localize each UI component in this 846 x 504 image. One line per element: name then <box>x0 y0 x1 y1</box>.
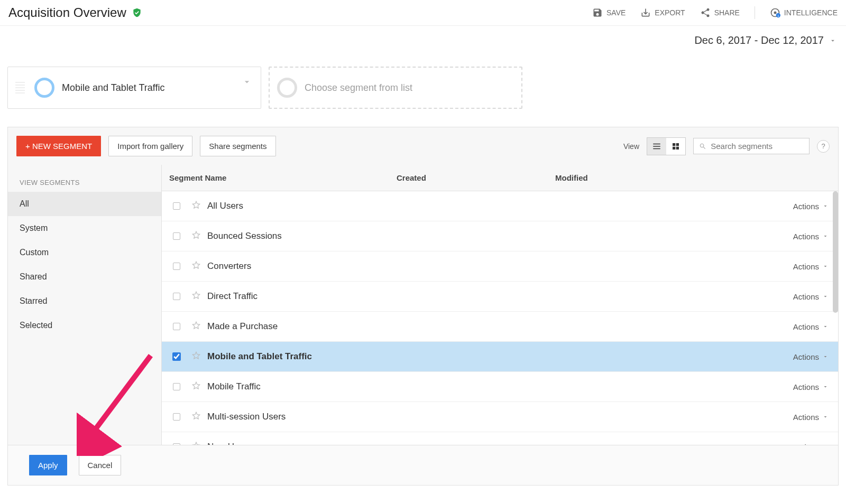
row-checkbox[interactable] <box>172 352 181 361</box>
intelligence-button[interactable]: 1 Intelligence <box>770 7 838 18</box>
new-segment-button[interactable]: + New Segment <box>16 136 101 156</box>
row-name: Mobile and Tablet Traffic <box>207 351 397 362</box>
list-icon <box>652 142 661 151</box>
search-box[interactable] <box>693 138 810 154</box>
segment-ring-icon <box>277 78 297 98</box>
column-segment-name[interactable]: Segment Name <box>162 165 389 191</box>
star-icon[interactable] <box>191 441 207 445</box>
row-checkbox[interactable] <box>173 232 180 240</box>
date-range-selector[interactable]: Dec 6, 2017 - Dec 12, 2017 <box>0 26 846 55</box>
panel-toolbar: + New Segment Import from gallery Share … <box>8 127 838 165</box>
star-icon[interactable] <box>191 230 207 242</box>
row-checkbox[interactable] <box>173 323 180 330</box>
row-name: Multi-session Users <box>207 412 397 422</box>
star-icon[interactable] <box>191 381 207 393</box>
star-icon[interactable] <box>191 260 207 272</box>
verified-shield-icon <box>132 7 142 18</box>
intelligence-icon: 1 <box>770 7 780 18</box>
table-row[interactable]: Bounced SessionsActions <box>162 221 838 251</box>
sidebar-item-selected[interactable]: Selected <box>8 313 161 338</box>
row-name: New Users <box>207 442 397 445</box>
divider <box>755 6 755 19</box>
share-icon <box>700 7 711 18</box>
table-row[interactable]: Multi-session UsersActions <box>162 402 838 432</box>
table-row[interactable]: Mobile and Tablet TrafficActions <box>162 342 838 372</box>
row-actions-button[interactable]: Actions <box>714 262 838 271</box>
share-segments-button[interactable]: Share segments <box>200 136 275 156</box>
share-button[interactable]: Share <box>700 7 740 18</box>
share-label: Share <box>714 8 740 17</box>
cancel-button[interactable]: Cancel <box>79 455 122 475</box>
row-actions-button[interactable]: Actions <box>714 443 838 445</box>
column-created[interactable]: Created <box>389 165 548 191</box>
chevron-down-icon <box>242 77 252 87</box>
row-actions-button[interactable]: Actions <box>714 413 838 422</box>
view-list-button[interactable] <box>647 138 666 155</box>
segments-table: Segment Name Created Modified All UsersA… <box>161 165 838 445</box>
table-row[interactable]: Direct TrafficActions <box>162 282 838 312</box>
row-actions-button[interactable]: Actions <box>714 322 838 331</box>
star-icon[interactable] <box>191 200 207 212</box>
view-grid-button[interactable] <box>666 138 685 155</box>
row-name: Converters <box>207 261 397 272</box>
row-checkbox[interactable] <box>173 443 180 445</box>
star-icon[interactable] <box>191 351 207 362</box>
sidebar-item-custom[interactable]: Custom <box>8 240 161 265</box>
row-name: Bounced Sessions <box>207 231 397 241</box>
row-checkbox[interactable] <box>173 383 180 390</box>
row-name: Direct Traffic <box>207 291 397 302</box>
svg-text:1: 1 <box>777 14 779 17</box>
import-gallery-button[interactable]: Import from gallery <box>108 136 192 156</box>
row-name: Made a Purchase <box>207 321 397 332</box>
column-modified[interactable]: Modified <box>548 165 706 191</box>
table-row[interactable]: New UsersActions <box>162 432 838 445</box>
star-icon[interactable] <box>191 291 207 302</box>
row-actions-button[interactable]: Actions <box>714 292 838 301</box>
segments-strip: Mobile and Tablet Traffic Choose segment… <box>0 55 846 120</box>
date-range-text: Dec 6, 2017 - Dec 12, 2017 <box>694 34 824 46</box>
row-name: Mobile Traffic <box>207 381 397 392</box>
star-icon[interactable] <box>191 411 207 423</box>
drag-handle-icon <box>15 82 25 94</box>
segment-ring-icon <box>34 78 54 98</box>
export-button[interactable]: Export <box>640 7 685 18</box>
sidebar: VIEW SEGMENTS AllSystemCustomSharedStarr… <box>8 165 161 445</box>
sidebar-item-shared[interactable]: Shared <box>8 265 161 289</box>
table-row[interactable]: ConvertersActions <box>162 251 838 282</box>
search-input[interactable] <box>711 142 804 151</box>
sidebar-item-starred[interactable]: Starred <box>8 289 161 313</box>
row-checkbox[interactable] <box>173 202 180 210</box>
svg-point-1 <box>774 12 776 14</box>
export-icon <box>640 7 651 18</box>
row-actions-button[interactable]: Actions <box>714 352 838 361</box>
save-label: Save <box>606 8 626 17</box>
apply-button[interactable]: Apply <box>29 455 67 475</box>
row-checkbox[interactable] <box>173 263 180 270</box>
segment-placeholder-label: Choose segment from list <box>305 82 412 94</box>
row-actions-button[interactable]: Actions <box>714 202 838 211</box>
segment-chip-placeholder[interactable]: Choose segment from list <box>269 67 522 109</box>
row-actions-button[interactable]: Actions <box>714 382 838 391</box>
table-row[interactable]: All UsersActions <box>162 191 838 221</box>
sidebar-item-system[interactable]: System <box>8 216 161 240</box>
column-actions <box>706 165 838 191</box>
page-title: Acquisition Overview <box>8 5 126 20</box>
table-row[interactable]: Mobile TrafficActions <box>162 372 838 402</box>
help-button[interactable]: ? <box>817 140 830 153</box>
search-icon <box>699 142 706 151</box>
segment-chip-selected[interactable]: Mobile and Tablet Traffic <box>7 67 261 109</box>
segments-panel: + New Segment Import from gallery Share … <box>7 127 839 486</box>
row-actions-button[interactable]: Actions <box>714 232 838 241</box>
row-name: All Users <box>207 201 397 211</box>
row-checkbox[interactable] <box>173 293 180 300</box>
sidebar-item-all[interactable]: All <box>8 192 161 216</box>
grid-icon <box>671 142 681 151</box>
row-checkbox[interactable] <box>173 413 180 421</box>
table-row[interactable]: Made a PurchaseActions <box>162 312 838 342</box>
save-button[interactable]: Save <box>592 7 626 18</box>
table-header: Segment Name Created Modified <box>162 165 838 191</box>
panel-footer: Apply Cancel <box>8 445 838 485</box>
scrollbar[interactable] <box>833 191 838 313</box>
star-icon[interactable] <box>191 321 207 332</box>
view-label: View <box>623 142 639 151</box>
